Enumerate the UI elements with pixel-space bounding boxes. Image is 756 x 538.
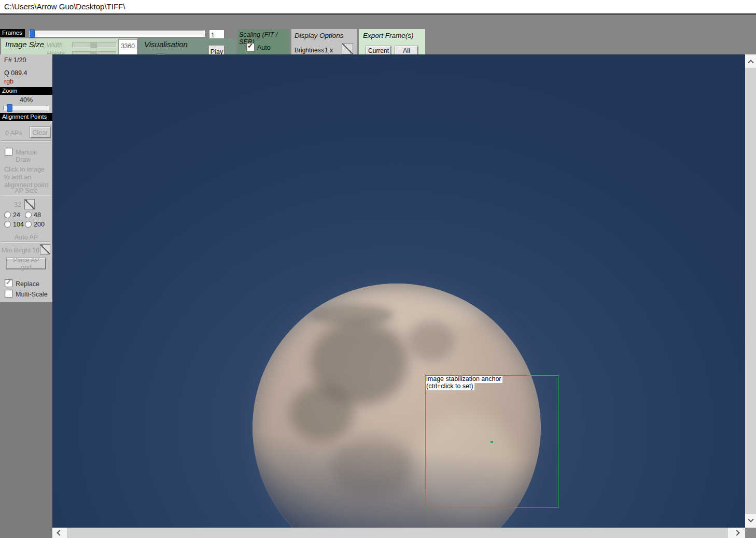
anchor-label-line1: image stabilization anchor bbox=[426, 376, 502, 383]
scrollbar-corner bbox=[745, 528, 756, 538]
width-value: 3360 bbox=[119, 40, 137, 52]
place-ap-grid-button[interactable]: Place AP grid bbox=[7, 258, 46, 269]
ap-size-radio-104[interactable] bbox=[4, 221, 11, 228]
multi-scale-checkbox[interactable] bbox=[5, 290, 12, 298]
visualisation-title: Visualisation bbox=[144, 40, 188, 49]
arrow-down-icon: ↓ bbox=[47, 249, 49, 254]
ap-size-radio-24[interactable] bbox=[4, 211, 11, 218]
export-current-button[interactable]: Current bbox=[366, 46, 391, 55]
window-title: C:\Users\Arrow Guo\Desktop\TIFF\ bbox=[4, 2, 125, 11]
arrow-up-icon: ↑ bbox=[41, 244, 44, 249]
horizontal-scrollbar[interactable] bbox=[52, 528, 745, 538]
chevron-up-icon bbox=[748, 60, 753, 65]
chevron-left-icon bbox=[57, 530, 62, 535]
scroll-right-button[interactable] bbox=[728, 528, 745, 538]
manual-draw-checkbox[interactable] bbox=[5, 148, 12, 155]
auto-scaling-label: Auto bbox=[257, 44, 271, 51]
export-frames-title: Export Frame(s) bbox=[363, 32, 414, 39]
brightness-spinner[interactable]: ↑ ↓ bbox=[342, 43, 353, 54]
ap-size-radio-48-label: 48 bbox=[34, 211, 41, 219]
arrow-up-icon: ↑ bbox=[25, 199, 28, 204]
ap-size-radio-104-label: 104 bbox=[13, 221, 24, 228]
replace-checkbox[interactable]: ✓ bbox=[5, 279, 12, 287]
divider bbox=[1, 195, 51, 196]
replace-label: Replace bbox=[16, 280, 39, 288]
moon-mare-patch bbox=[290, 385, 353, 442]
scroll-left-button[interactable] bbox=[52, 528, 67, 538]
ap-hint-line1: Click in image bbox=[4, 166, 45, 173]
zoom-slider-thumb[interactable] bbox=[7, 104, 12, 112]
title-bar: C:\Users\Arrow Guo\Desktop\TIFF\ bbox=[0, 0, 756, 13]
ap-size-value: 32 bbox=[14, 201, 21, 208]
scroll-down-button[interactable] bbox=[745, 514, 756, 528]
divider bbox=[1, 242, 50, 243]
auto-ap-label: Auto AP bbox=[0, 234, 52, 241]
divider bbox=[1, 140, 51, 141]
check-icon: ✓ bbox=[6, 278, 11, 286]
vertical-scrollbar[interactable] bbox=[745, 54, 756, 528]
arrow-down-icon: ↓ bbox=[349, 49, 352, 54]
brightness-label: Brightness bbox=[295, 47, 324, 54]
min-bright-value: 10 bbox=[32, 247, 39, 254]
ap-size-spinner[interactable]: ↑ ↓ bbox=[24, 199, 35, 209]
moon-mare-patch bbox=[310, 321, 408, 404]
ap-count: 0 APs bbox=[5, 130, 22, 137]
ap-size-radio-200[interactable] bbox=[25, 221, 32, 228]
min-bright-spinner[interactable]: ↑ ↓ bbox=[40, 244, 50, 254]
stabilization-anchor-rect[interactable]: image stabilization anchor (ctrl+click t… bbox=[425, 375, 558, 508]
zoom-section-header: Zoom bbox=[0, 87, 52, 95]
width-slider-thumb bbox=[90, 42, 97, 48]
image-size-title: Image Size bbox=[5, 40, 44, 49]
moon-bright-limb bbox=[304, 289, 489, 330]
brightness-value: 1 x bbox=[325, 47, 333, 54]
check-icon: ✓ bbox=[247, 42, 253, 50]
frame-info: F# 1/20 bbox=[4, 56, 26, 64]
channel-indicator: rgb bbox=[4, 78, 13, 85]
sidebar-lower-panel bbox=[0, 302, 52, 538]
auto-scaling-checkbox[interactable]: ✓ bbox=[246, 43, 255, 51]
manual-draw-label: Manual Draw bbox=[16, 149, 52, 163]
ap-size-radio-48[interactable] bbox=[25, 211, 32, 218]
toolbar: Frames 1 Image Size Width Height 3360 33… bbox=[0, 13, 756, 53]
frames-label: Frames bbox=[0, 29, 25, 37]
chevron-right-icon bbox=[734, 530, 739, 535]
frames-slider-thumb[interactable] bbox=[30, 29, 35, 38]
moon-mare-patch bbox=[330, 436, 414, 497]
zoom-value: 40% bbox=[0, 96, 52, 104]
arrow-down-icon: ↓ bbox=[31, 204, 34, 209]
ap-size-label: AP Size bbox=[0, 187, 52, 194]
anchor-point-marker bbox=[491, 441, 493, 443]
chevron-down-icon bbox=[748, 517, 753, 522]
quality-value: Q 089.4 bbox=[4, 69, 27, 77]
display-options-title: Display Options bbox=[295, 32, 344, 39]
app-window: C:\Users\Arrow Guo\Desktop\TIFF\ Frames … bbox=[0, 0, 756, 538]
ap-hint-line2: to add an bbox=[4, 174, 31, 181]
scroll-up-button[interactable] bbox=[745, 54, 756, 68]
anchor-label-line2: (ctrl+click to set) bbox=[426, 383, 474, 390]
sidebar: F# 1/20 Q 089.4 rgb Zoom 40% Alignment P… bbox=[0, 54, 52, 302]
multi-scale-label: Multi-Scale bbox=[16, 291, 48, 298]
alignment-points-header: Alignment Points bbox=[0, 113, 52, 121]
frames-slider[interactable] bbox=[29, 30, 205, 37]
moon-mare-patch bbox=[310, 304, 394, 327]
moon-mare-patch bbox=[408, 321, 454, 361]
clear-aps-button[interactable]: Clear bbox=[30, 127, 50, 138]
ap-size-radio-24-label: 24 bbox=[13, 211, 20, 219]
export-all-button[interactable]: All bbox=[395, 46, 418, 55]
min-bright-label: Min Bright bbox=[2, 247, 31, 254]
arrow-up-icon: ↑ bbox=[343, 43, 345, 48]
width-label: Width bbox=[47, 41, 63, 49]
ap-size-radio-200-label: 200 bbox=[34, 221, 45, 228]
image-viewer-canvas[interactable]: image stabilization anchor (ctrl+click t… bbox=[52, 54, 745, 528]
